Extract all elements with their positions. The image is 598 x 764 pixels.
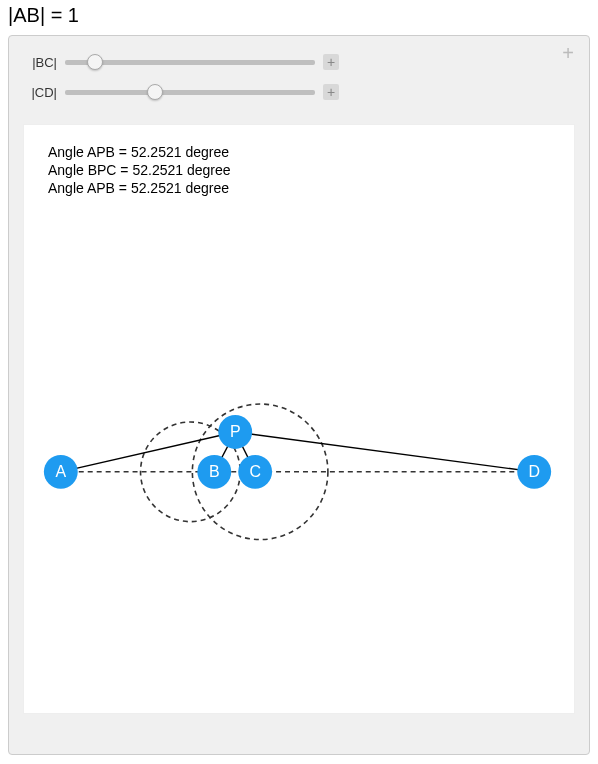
node-label-D: D <box>528 463 540 480</box>
page-title: |AB| = 1 <box>0 0 598 31</box>
slider-row-bc: |BC| + <box>25 54 573 70</box>
slider-thumb[interactable] <box>147 84 163 100</box>
slider-cd[interactable] <box>65 84 315 100</box>
slider-expand-icon[interactable]: + <box>323 54 339 70</box>
controls-area: + |BC| + |CD| + <box>9 36 589 124</box>
node-D[interactable]: D <box>517 455 551 489</box>
canvas-area: Angle APB = 52.2521 degree Angle BPC = 5… <box>23 124 575 714</box>
slider-bc[interactable] <box>65 54 315 70</box>
slider-label-cd: |CD| <box>25 85 57 100</box>
node-B[interactable]: B <box>197 455 231 489</box>
slider-thumb[interactable] <box>87 54 103 70</box>
diagram-svg: ABCDP <box>24 125 574 713</box>
slider-expand-icon[interactable]: + <box>323 84 339 100</box>
slider-label-bc: |BC| <box>25 55 57 70</box>
node-A[interactable]: A <box>44 455 78 489</box>
slider-track <box>65 90 315 95</box>
node-label-C: C <box>249 463 261 480</box>
slider-row-cd: |CD| + <box>25 84 573 100</box>
node-label-A: A <box>55 463 66 480</box>
segment-PD <box>235 432 534 472</box>
main-panel: + |BC| + |CD| + Angle APB = 52.2521 degr… <box>8 35 590 755</box>
node-label-B: B <box>209 463 220 480</box>
node-label-P: P <box>230 423 241 440</box>
expand-controls-icon[interactable]: + <box>559 44 577 62</box>
node-P[interactable]: P <box>218 415 252 449</box>
node-C[interactable]: C <box>238 455 272 489</box>
